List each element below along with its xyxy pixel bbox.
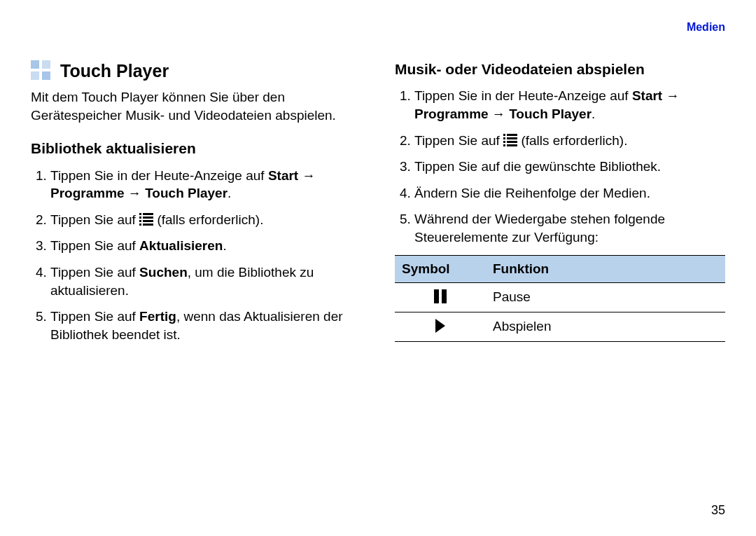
svg-rect-5 bbox=[143, 220, 153, 222]
step-text: . bbox=[223, 238, 226, 253]
step-3: Tippen Sie auf Aktualisieren. bbox=[50, 237, 361, 255]
svg-rect-12 bbox=[503, 141, 505, 143]
svg-rect-0 bbox=[139, 213, 141, 215]
bold: Fertig bbox=[139, 309, 176, 324]
step-text: (falls erforderlich). bbox=[153, 212, 263, 227]
right-column: Musik- oder Videodateien abspielen Tippe… bbox=[395, 60, 725, 352]
list-icon bbox=[139, 213, 153, 226]
step-text: Tippen Sie auf bbox=[50, 309, 139, 324]
step-5: Während der Wiedergabe stehen folgende S… bbox=[414, 210, 725, 246]
cell-pause-label: Pause bbox=[486, 282, 725, 312]
svg-rect-7 bbox=[143, 224, 153, 226]
steps-left: Tippen Sie in der Heute-Anzeige auf Star… bbox=[31, 167, 361, 344]
step-text: Tippen Sie auf bbox=[50, 265, 139, 280]
cell-pause-icon bbox=[395, 282, 486, 312]
left-column: Touch Player Mit dem Touch Player können… bbox=[31, 60, 361, 352]
page-number: 35 bbox=[711, 503, 725, 518]
step-text: Ändern Sie die Reihenfolge der Medien. bbox=[414, 186, 650, 200]
step-text: Tippen Sie in der Heute-Anzeige auf bbox=[50, 168, 268, 183]
step-4: Ändern Sie die Reihenfolge der Medien. bbox=[414, 184, 725, 202]
svg-rect-1 bbox=[143, 213, 153, 215]
play-icon bbox=[434, 318, 447, 334]
svg-marker-18 bbox=[435, 319, 445, 333]
bold: Suchen bbox=[139, 265, 188, 280]
step-text: (falls erforderlich). bbox=[517, 133, 627, 148]
svg-rect-11 bbox=[507, 137, 517, 139]
step-text: Während der Wiedergabe stehen folgende S… bbox=[414, 212, 665, 245]
step-text: Tippen Sie auf bbox=[50, 212, 139, 227]
section-label: Medien bbox=[687, 21, 725, 34]
steps-right: Tippen Sie in der Heute-Anzeige auf Star… bbox=[395, 87, 725, 246]
svg-rect-3 bbox=[143, 217, 153, 219]
svg-rect-15 bbox=[507, 144, 517, 146]
svg-rect-10 bbox=[503, 137, 505, 139]
list-icon bbox=[503, 134, 517, 146]
step-4: Tippen Sie auf Suchen, um die Bibliothek… bbox=[50, 263, 361, 299]
bold: Aktualisieren bbox=[139, 238, 223, 253]
step-text: Tippen Sie auf bbox=[414, 133, 503, 148]
step-text: Tippen Sie auf die gewünschte Bibliothek… bbox=[414, 159, 661, 174]
step-1: Tippen Sie in der Heute-Anzeige auf Star… bbox=[414, 87, 725, 123]
subheading-left: Bibliothek aktualisieren bbox=[31, 139, 361, 158]
svg-rect-14 bbox=[503, 144, 505, 146]
svg-rect-17 bbox=[442, 289, 447, 303]
subheading-right: Musik- oder Videodateien abspielen bbox=[395, 60, 725, 78]
cell-play-label: Abspielen bbox=[486, 312, 725, 341]
content-columns: Touch Player Mit dem Touch Player können… bbox=[31, 60, 725, 352]
pause-icon bbox=[433, 289, 448, 304]
section-bullet-icon bbox=[31, 60, 52, 81]
step-text: Tippen Sie auf bbox=[50, 238, 139, 253]
svg-rect-2 bbox=[139, 217, 141, 219]
title-row: Touch Player bbox=[31, 60, 361, 81]
step-3: Tippen Sie auf die gewünschte Bibliothek… bbox=[414, 158, 725, 176]
svg-rect-4 bbox=[139, 220, 141, 222]
th-function: Funktion bbox=[486, 255, 725, 282]
svg-rect-9 bbox=[507, 134, 517, 136]
svg-rect-6 bbox=[139, 224, 141, 226]
svg-rect-16 bbox=[434, 289, 439, 303]
svg-rect-13 bbox=[507, 141, 517, 143]
svg-rect-8 bbox=[503, 134, 505, 136]
table-row: Pause bbox=[395, 282, 725, 312]
cell-play-icon bbox=[395, 312, 486, 341]
table-header-row: Symbol Funktion bbox=[395, 255, 725, 282]
intro-text: Mit dem Touch Player können Sie über den… bbox=[31, 88, 361, 124]
table-row: Abspielen bbox=[395, 312, 725, 341]
step-text: . bbox=[592, 106, 595, 121]
step-1: Tippen Sie in der Heute-Anzeige auf Star… bbox=[50, 167, 361, 202]
page-title: Touch Player bbox=[60, 61, 169, 81]
controls-table: Symbol Funktion bbox=[395, 255, 725, 342]
th-symbol: Symbol bbox=[395, 255, 486, 282]
step-2: Tippen Sie auf (falls erforderlich). bbox=[50, 211, 361, 229]
page: Medien Touch Player Mit dem Touch Player… bbox=[0, 0, 756, 536]
step-text: . bbox=[227, 186, 231, 200]
step-2: Tippen Sie auf (falls erforderlich). bbox=[414, 132, 725, 150]
step-text: Tippen Sie in der Heute-Anzeige auf bbox=[414, 88, 632, 103]
step-5: Tippen Sie auf Fertig, wenn das Aktualis… bbox=[50, 308, 361, 343]
